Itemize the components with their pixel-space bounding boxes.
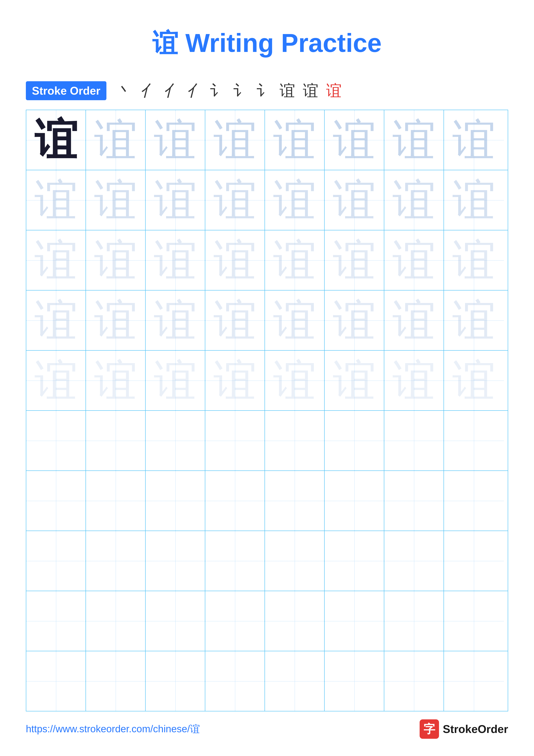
cell-1-2[interactable]: 谊 <box>86 110 146 170</box>
cell-3-6[interactable]: 谊 <box>325 230 384 290</box>
cell-5-4[interactable]: 谊 <box>205 351 265 410</box>
cell-8-8[interactable] <box>444 531 504 591</box>
cell-5-2[interactable]: 谊 <box>86 351 146 410</box>
cell-10-5[interactable] <box>265 651 325 711</box>
cell-4-2[interactable]: 谊 <box>86 290 146 350</box>
cell-6-8[interactable] <box>444 411 504 471</box>
cell-8-7[interactable] <box>384 531 444 591</box>
char-light: 谊 <box>273 179 316 222</box>
char-light: 谊 <box>393 239 436 282</box>
cell-4-1[interactable]: 谊 <box>26 290 86 350</box>
cell-6-1[interactable] <box>26 411 86 471</box>
cell-10-1[interactable] <box>26 651 86 711</box>
cell-9-1[interactable] <box>26 591 86 651</box>
cell-5-7[interactable]: 谊 <box>384 351 444 410</box>
footer-logo: 字 StrokeOrder <box>420 719 508 739</box>
cell-8-1[interactable] <box>26 531 86 591</box>
cell-4-8[interactable]: 谊 <box>444 290 504 350</box>
cell-10-7[interactable] <box>384 651 444 711</box>
cell-9-6[interactable] <box>325 591 384 651</box>
cell-1-7[interactable]: 谊 <box>384 110 444 170</box>
char-light: 谊 <box>154 239 197 282</box>
cell-2-4[interactable]: 谊 <box>205 170 265 230</box>
char-light: 谊 <box>393 299 436 342</box>
char-light: 谊 <box>273 359 316 402</box>
char-light: 谊 <box>273 239 316 282</box>
cell-10-2[interactable] <box>86 651 146 711</box>
cell-3-8[interactable]: 谊 <box>444 230 504 290</box>
cell-6-5[interactable] <box>265 411 325 471</box>
cell-5-1[interactable]: 谊 <box>26 351 86 410</box>
stroke-3: 亻 <box>159 80 183 101</box>
cell-3-5[interactable]: 谊 <box>265 230 325 290</box>
cell-9-8[interactable] <box>444 591 504 651</box>
cell-5-8[interactable]: 谊 <box>444 351 504 410</box>
cell-7-1[interactable] <box>26 471 86 530</box>
cell-8-3[interactable] <box>146 531 205 591</box>
cell-8-6[interactable] <box>325 531 384 591</box>
cell-8-5[interactable] <box>265 531 325 591</box>
cell-9-2[interactable] <box>86 591 146 651</box>
cell-1-5[interactable]: 谊 <box>265 110 325 170</box>
cell-3-7[interactable]: 谊 <box>384 230 444 290</box>
char-light: 谊 <box>452 239 496 282</box>
cell-2-8[interactable]: 谊 <box>444 170 504 230</box>
cell-10-3[interactable] <box>146 651 205 711</box>
cell-6-2[interactable] <box>86 411 146 471</box>
cell-9-3[interactable] <box>146 591 205 651</box>
cell-2-5[interactable]: 谊 <box>265 170 325 230</box>
cell-7-6[interactable] <box>325 471 384 530</box>
cell-3-2[interactable]: 谊 <box>86 230 146 290</box>
cell-10-6[interactable] <box>325 651 384 711</box>
char-light: 谊 <box>452 299 496 342</box>
cell-1-6[interactable]: 谊 <box>325 110 384 170</box>
cell-8-4[interactable] <box>205 531 265 591</box>
cell-6-4[interactable] <box>205 411 265 471</box>
char-light: 谊 <box>154 359 197 402</box>
cell-7-3[interactable] <box>146 471 205 530</box>
cell-1-1[interactable]: 谊 <box>26 110 86 170</box>
cell-5-5[interactable]: 谊 <box>265 351 325 410</box>
cell-4-7[interactable]: 谊 <box>384 290 444 350</box>
char-light: 谊 <box>452 119 496 162</box>
char-light: 谊 <box>273 299 316 342</box>
cell-4-4[interactable]: 谊 <box>205 290 265 350</box>
cell-4-6[interactable]: 谊 <box>325 290 384 350</box>
cell-7-2[interactable] <box>86 471 146 530</box>
stroke-7: 讠 <box>252 80 276 101</box>
cell-9-4[interactable] <box>205 591 265 651</box>
cell-3-1[interactable]: 谊 <box>26 230 86 290</box>
cell-2-6[interactable]: 谊 <box>325 170 384 230</box>
cell-3-3[interactable]: 谊 <box>146 230 205 290</box>
cell-6-3[interactable] <box>146 411 205 471</box>
cell-1-8[interactable]: 谊 <box>444 110 504 170</box>
cell-2-2[interactable]: 谊 <box>86 170 146 230</box>
cell-10-8[interactable] <box>444 651 504 711</box>
cell-2-7[interactable]: 谊 <box>384 170 444 230</box>
cell-9-7[interactable] <box>384 591 444 651</box>
cell-10-4[interactable] <box>205 651 265 711</box>
footer-url[interactable]: https://www.strokeorder.com/chinese/谊 <box>26 722 200 736</box>
cell-7-7[interactable] <box>384 471 444 530</box>
cell-3-4[interactable]: 谊 <box>205 230 265 290</box>
stroke-5: 讠 <box>206 80 229 101</box>
cell-5-6[interactable]: 谊 <box>325 351 384 410</box>
cell-2-1[interactable]: 谊 <box>26 170 86 230</box>
cell-1-3[interactable]: 谊 <box>146 110 205 170</box>
char-light: 谊 <box>393 119 436 162</box>
cell-8-2[interactable] <box>86 531 146 591</box>
cell-2-3[interactable]: 谊 <box>146 170 205 230</box>
cell-7-5[interactable] <box>265 471 325 530</box>
cell-7-4[interactable] <box>205 471 265 530</box>
cell-1-4[interactable]: 谊 <box>205 110 265 170</box>
cell-9-5[interactable] <box>265 591 325 651</box>
cell-7-8[interactable] <box>444 471 504 530</box>
cell-4-5[interactable]: 谊 <box>265 290 325 350</box>
cell-6-6[interactable] <box>325 411 384 471</box>
footer: https://www.strokeorder.com/chinese/谊 字 … <box>0 719 534 739</box>
cell-4-3[interactable]: 谊 <box>146 290 205 350</box>
char-light: 谊 <box>214 359 257 402</box>
cell-5-3[interactable]: 谊 <box>146 351 205 410</box>
char-light: 谊 <box>154 179 197 222</box>
cell-6-7[interactable] <box>384 411 444 471</box>
